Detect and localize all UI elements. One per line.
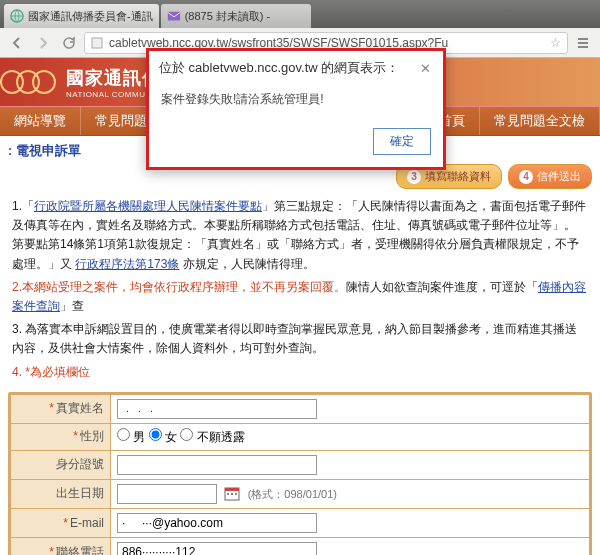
mail-icon <box>167 9 181 23</box>
svg-rect-2 <box>92 38 102 48</box>
nav-item-faq-search[interactable]: 常見問題全文檢 <box>480 107 600 135</box>
chevron-left-icon <box>10 36 24 50</box>
dialog-title: 位於 cabletvweb.ncc.gov.tw 的網頁表示： <box>159 59 399 77</box>
alert-dialog: 位於 cabletvweb.ncc.gov.tw 的網頁表示： ✕ 案件登錄失敗… <box>146 48 446 170</box>
dialog-message: 案件登錄失敗!請洽系統管理員! <box>149 85 443 120</box>
complaint-form: *真實姓名 *性別 男 女 不願透露 身分證號 出生日期 <box>8 392 592 555</box>
label-name: *真實姓名 <box>11 394 111 423</box>
gender-none[interactable]: 不願透露 <box>180 430 244 444</box>
calendar-icon[interactable] <box>224 485 240 504</box>
email-input[interactable] <box>117 513 317 533</box>
link-law173[interactable]: 行政程序法第173條 <box>75 257 179 271</box>
globe-icon <box>10 9 24 23</box>
browser-tab-active[interactable]: 國家通訊傳播委員會-通訊 <box>4 4 159 28</box>
step-4: 4信件送出 <box>508 164 592 189</box>
svg-rect-6 <box>231 493 233 495</box>
browser-tab-strip: 國家通訊傳播委員會-通訊 (8875 封未讀取) - <box>0 0 600 28</box>
star-icon[interactable]: ☆ <box>550 36 561 50</box>
svg-rect-4 <box>225 488 239 491</box>
idnum-input[interactable] <box>117 455 317 475</box>
svg-rect-7 <box>235 493 237 495</box>
instructions: 1.「行政院暨所屬各機關處理人民陳情案件要點」第三點規定：「人民陳情得以書面為之… <box>12 197 588 382</box>
reload-button[interactable] <box>58 32 80 54</box>
svg-rect-5 <box>227 493 229 495</box>
label-phone: *聯絡電話 <box>11 538 111 555</box>
label-birth: 出生日期 <box>11 479 111 508</box>
tab-label: (8875 封未讀取) - <box>185 9 305 24</box>
tab-label: 國家通訊傳播委員會-通訊 <box>28 9 153 24</box>
chevron-right-icon <box>36 36 50 50</box>
phone-input[interactable] <box>117 542 317 555</box>
close-icon[interactable]: ✕ <box>418 61 433 76</box>
birth-hint: (格式：098/01/01) <box>248 488 337 500</box>
link-rules[interactable]: 行政院暨所屬各機關處理人民陳情案件要點 <box>34 199 262 213</box>
forward-button[interactable] <box>32 32 54 54</box>
label-gender: *性別 <box>11 423 111 450</box>
back-button[interactable] <box>6 32 28 54</box>
logo-icon <box>8 70 56 94</box>
birth-input[interactable] <box>117 484 217 504</box>
page-icon <box>91 37 103 49</box>
label-idnum: 身分證號 <box>11 450 111 479</box>
svg-rect-1 <box>168 12 180 21</box>
name-input[interactable] <box>117 399 317 419</box>
menu-button[interactable] <box>572 32 594 54</box>
reload-icon <box>62 36 76 50</box>
gender-female[interactable]: 女 <box>149 430 177 444</box>
hamburger-icon <box>576 36 590 50</box>
nav-item-sitemap[interactable]: 網站導覽 <box>0 107 81 135</box>
label-email: *E-mail <box>11 509 111 538</box>
browser-tab-inactive[interactable]: (8875 封未讀取) - <box>161 4 311 28</box>
gender-male[interactable]: 男 <box>117 430 145 444</box>
ok-button[interactable]: 確定 <box>373 128 431 155</box>
